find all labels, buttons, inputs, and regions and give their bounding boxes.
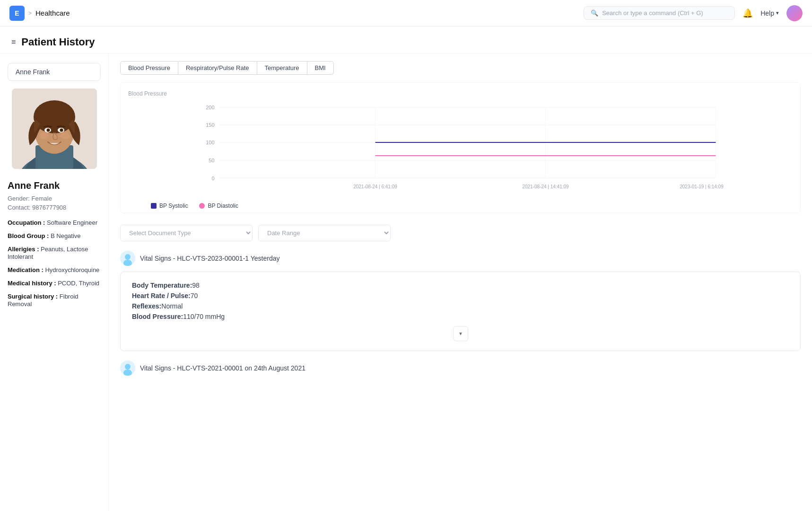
nav-right: 🔍 Search or type a command (Ctrl + G) 🔔 …	[584, 5, 803, 21]
allergies-label: Allerigies :	[8, 246, 39, 253]
occupation-value: Software Engineer	[45, 219, 97, 226]
document-type-select[interactable]: Select Document Type	[120, 225, 253, 241]
tab-blood-pressure[interactable]: Blood Pressure	[120, 61, 178, 75]
legend-systolic-label: BP Systolic	[159, 203, 188, 209]
occupation-label: Occupation :	[8, 219, 45, 226]
body-temp-field: Body Temperature:98	[132, 282, 789, 289]
patient-name-card[interactable]: Anne Frank	[8, 63, 101, 81]
vital-card-2-title: Vital Signs - HLC-VTS-2021-00001 on 24th…	[140, 364, 306, 372]
vital-avatar-2	[120, 361, 135, 376]
search-icon: 🔍	[591, 9, 598, 17]
chart-tabs: Blood Pressure Respiratory/Pulse Rate Te…	[120, 61, 801, 75]
right-panel: Blood Pressure Respiratory/Pulse Rate Te…	[109, 53, 812, 511]
blood-group-label: Blood Group :	[8, 232, 49, 239]
medical-history-section: Medical history : PCOD, Thyroid	[8, 279, 101, 287]
reflexes-value: Normal	[161, 302, 183, 310]
heart-rate-field: Heart Rate / Pulse:70	[132, 292, 789, 300]
date-range-select[interactable]: Date Range	[258, 225, 391, 241]
medical-history-value: PCOD, Thyroid	[56, 280, 100, 287]
tab-respiratory-pulse[interactable]: Respiratory/Pulse Rate	[178, 61, 257, 75]
user-avatar[interactable]	[786, 5, 803, 21]
legend-diastolic: BP Diastolic	[199, 203, 238, 209]
patient-details-section: Occupation : Software Engineer	[8, 219, 101, 226]
patient-photo	[12, 88, 97, 169]
allergies-section: Allerigies : Peanuts, Lactose Intolerant	[8, 245, 101, 260]
svg-text:50: 50	[209, 158, 214, 163]
legend-diastolic-label: BP Diastolic	[208, 203, 238, 209]
surgical-history-label: Surgical history :	[8, 293, 58, 300]
blood-pressure-field: Blood Pressure:110/70 mmHg	[132, 313, 789, 320]
vital-avatar-1	[120, 251, 135, 266]
tab-temperature[interactable]: Temperature	[257, 61, 307, 75]
vital-card-1: Vital Signs - HLC-VTS-2023-00001-1 Yeste…	[120, 249, 801, 351]
menu-toggle-icon[interactable]: ≡	[11, 38, 16, 46]
blood-group-section: Blood Group : B Negative	[8, 232, 101, 239]
nav-left: E > Healthcare	[9, 6, 70, 21]
search-placeholder: Search or type a command (Ctrl + G)	[602, 9, 703, 17]
svg-text:2021-08-24 | 6:41:09: 2021-08-24 | 6:41:09	[353, 184, 397, 189]
expand-button-1[interactable]: ▾	[453, 326, 468, 341]
vital-card-1-body: Body Temperature:98 Heart Rate / Pulse:7…	[120, 272, 801, 351]
medication-section: Medication : Hydroxychloroquine	[8, 266, 101, 273]
svg-text:100: 100	[206, 140, 214, 145]
heart-rate-label: Heart Rate / Pulse:	[132, 292, 191, 300]
top-navigation: E > Healthcare 🔍 Search or type a comman…	[0, 0, 812, 26]
vital-card-2-header: Vital Signs - HLC-VTS-2021-00001 on 24th…	[120, 359, 801, 378]
chart-legend: BP Systolic BP Diastolic	[128, 203, 793, 209]
search-bar[interactable]: 🔍 Search or type a command (Ctrl + G)	[584, 6, 735, 20]
tab-bmi[interactable]: BMI	[307, 61, 334, 75]
reflexes-label: Reflexes:	[132, 302, 161, 310]
svg-text:2021-08-24 | 14:41:09: 2021-08-24 | 14:41:09	[522, 184, 569, 189]
patient-gender: Gender: Female	[8, 195, 101, 202]
breadcrumb-label: Healthcare	[35, 9, 70, 17]
breadcrumb-separator: >	[28, 10, 32, 17]
patient-photo-svg	[12, 88, 97, 169]
avatar-image	[786, 5, 803, 21]
app-logo[interactable]: E	[9, 6, 25, 21]
vital-card-1-title: Vital Signs - HLC-VTS-2023-00001-1 Yeste…	[140, 255, 279, 262]
body-temp-value: 98	[192, 282, 200, 289]
patient-contact: Contact: 9876777908	[8, 204, 101, 211]
medication-label: Medication :	[8, 266, 44, 273]
legend-diastolic-dot	[199, 203, 205, 209]
blood-group-value: B Negative	[49, 232, 80, 239]
chart-title: Blood Pressure	[128, 90, 793, 97]
svg-point-9	[46, 129, 50, 132]
notification-bell-icon[interactable]: 🔔	[742, 8, 753, 18]
patient-full-name: Anne Frank	[8, 180, 101, 191]
svg-point-11	[39, 132, 49, 139]
filters-row: Select Document Type Date Range	[120, 225, 801, 241]
vital-card-1-header: Vital Signs - HLC-VTS-2023-00001-1 Yeste…	[120, 249, 801, 268]
chart-svg-wrapper: 200 150 100 50 0	[128, 101, 793, 197]
chevron-down-icon: ▾	[459, 330, 462, 337]
legend-systolic-dot	[151, 203, 157, 209]
page-container: ≡ Patient History Anne Frank	[0, 26, 812, 511]
svg-text:150: 150	[206, 122, 214, 128]
medical-history-label: Medical history :	[8, 280, 56, 287]
body-temp-label: Body Temperature:	[132, 282, 192, 289]
svg-point-32	[125, 254, 131, 260]
heart-rate-value: 70	[191, 292, 198, 300]
patient-sidebar: Anne Frank	[0, 53, 109, 511]
reflexes-field: Reflexes:Normal	[132, 302, 789, 310]
chart-svg: 200 150 100 50 0	[128, 101, 793, 195]
blood-pressure-value: 110/70 mmHg	[183, 313, 225, 320]
svg-point-12	[60, 132, 70, 139]
main-content: Anne Frank	[0, 53, 812, 511]
surgical-history-section: Surgical history : Fibroid Removal	[8, 292, 101, 308]
vital-card-2: Vital Signs - HLC-VTS-2021-00001 on 24th…	[120, 359, 801, 378]
svg-text:0: 0	[211, 176, 214, 181]
svg-text:2023-01-19 | 6:14:09: 2023-01-19 | 6:14:09	[680, 184, 724, 189]
svg-text:200: 200	[206, 105, 214, 110]
blood-pressure-chart: Blood Pressure 200 150 100 50 0	[120, 82, 801, 213]
medication-value: Hydroxychloroquine	[44, 266, 100, 273]
patient-info: Anne Frank Gender: Female Contact: 98767…	[8, 176, 101, 311]
page-header: ≡ Patient History	[0, 26, 812, 53]
legend-systolic: BP Systolic	[151, 203, 188, 209]
page-title: Patient History	[21, 36, 95, 48]
svg-point-35	[125, 364, 131, 370]
help-button[interactable]: Help ▾	[760, 9, 779, 17]
blood-pressure-label: Blood Pressure:	[132, 313, 183, 320]
svg-point-10	[60, 129, 63, 132]
